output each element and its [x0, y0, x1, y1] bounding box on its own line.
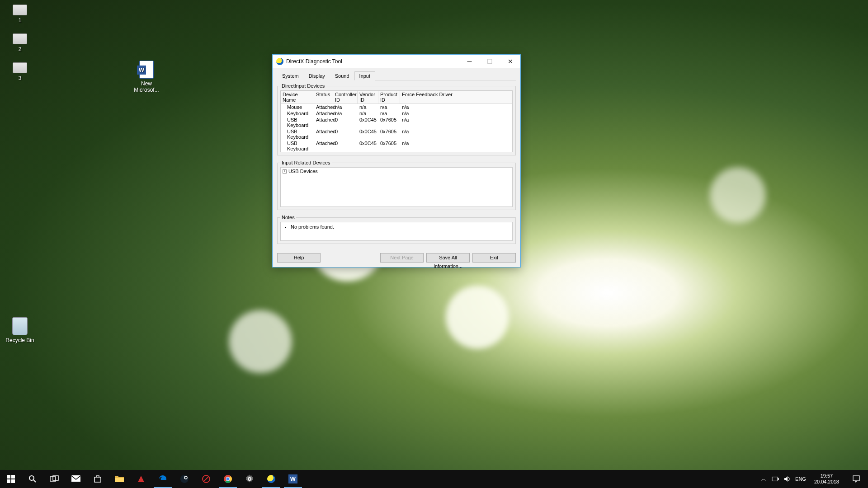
- tray-battery-icon[interactable]: [772, 475, 779, 483]
- desktop[interactable]: 1 2 3 New Microsof... Recycle Bin Direct…: [0, 0, 868, 488]
- taskbar-edge[interactable]: [152, 470, 174, 488]
- save-all-button[interactable]: Save All Information...: [426, 253, 470, 263]
- col-force-feedback[interactable]: Force Feedback Driver: [400, 91, 512, 103]
- tab-strip: System Display Sound Input: [277, 71, 516, 80]
- search-icon: [28, 474, 38, 484]
- clock[interactable]: 19:57 20.04.2018: [811, 473, 843, 485]
- expand-icon[interactable]: +: [283, 169, 287, 174]
- input-related-devices-group: Input Related Devices + USB Devices: [277, 160, 516, 210]
- desktop-icon-word-doc[interactable]: New Microsof...: [129, 61, 164, 93]
- generic-file-icon: [13, 62, 27, 73]
- group-label: DirectInput Devices: [280, 83, 326, 89]
- clock-date: 20.04.2018: [814, 479, 839, 485]
- no-entry-icon: [201, 474, 211, 484]
- taskbar-word[interactable]: W: [282, 470, 304, 488]
- desktop-icon-label: 2: [3, 46, 37, 52]
- table-row[interactable]: USB Keyboard Attached 0 0x0C45 0x7605 n/…: [281, 128, 512, 140]
- svg-rect-0: [7, 475, 10, 479]
- devices-tree[interactable]: + USB Devices: [280, 167, 513, 207]
- notes-text: No problems found.: [291, 224, 509, 230]
- search-button[interactable]: [22, 470, 43, 488]
- table-row[interactable]: Mouse Attached n/a n/a n/a n/a: [281, 104, 512, 110]
- directinput-devices-group: DirectInput Devices Device Name Status C…: [277, 83, 516, 155]
- language-indicator[interactable]: ENG: [795, 476, 806, 482]
- tree-node-usb-devices[interactable]: + USB Devices: [283, 169, 510, 174]
- tab-system[interactable]: System: [277, 71, 304, 80]
- table-body: Mouse Attached n/a n/a n/a n/a Keyboard …: [281, 104, 512, 152]
- windows-icon: [6, 474, 16, 484]
- tray-chevron-up-icon[interactable]: ︿: [760, 475, 767, 483]
- col-controller-id[interactable]: Controller ID: [333, 91, 358, 103]
- dxdiag-icon: [276, 58, 283, 65]
- window-controls: ─ ☐ ✕: [459, 55, 520, 68]
- svg-point-4: [29, 476, 34, 480]
- titlebar[interactable]: DirectX Diagnostic Tool ─ ☐ ✕: [273, 55, 520, 68]
- desktop-icon-recycle-bin[interactable]: Recycle Bin: [3, 317, 37, 343]
- taskbar-steam[interactable]: [174, 470, 195, 488]
- desktop-icon-label: New Microsof...: [129, 80, 164, 93]
- svg-rect-8: [94, 477, 101, 482]
- edge-icon: [158, 474, 168, 484]
- desktop-icon-label: Recycle Bin: [3, 337, 37, 343]
- task-view-button[interactable]: [43, 470, 65, 488]
- task-view-icon: [49, 474, 59, 484]
- taskbar-settings[interactable]: [239, 470, 260, 488]
- col-vendor-id[interactable]: Vendor ID: [358, 91, 378, 103]
- chrome-icon: [223, 474, 233, 484]
- generic-file-icon: [13, 5, 27, 15]
- table-row[interactable]: USB Keyboard Attached 0 0x0C45 0x7605 n/…: [281, 117, 512, 128]
- desktop-icon-2[interactable]: 2: [3, 33, 37, 52]
- col-product-id[interactable]: Product ID: [378, 91, 400, 103]
- desktop-icon-1[interactable]: 1: [3, 5, 37, 23]
- svg-rect-3: [11, 479, 15, 483]
- generic-file-icon: [13, 33, 27, 44]
- taskbar-store[interactable]: [87, 470, 108, 488]
- word-icon: W: [288, 474, 298, 484]
- taskbar-mail[interactable]: [65, 470, 87, 488]
- table-row[interactable]: Keyboard Attached n/a n/a n/a n/a: [281, 110, 512, 117]
- close-button[interactable]: ✕: [500, 55, 520, 68]
- svg-rect-18: [772, 477, 778, 481]
- taskbar-chrome[interactable]: [217, 470, 239, 488]
- notes-group: Notes No problems found.: [277, 215, 516, 244]
- desktop-icon-label: 1: [3, 17, 37, 23]
- svg-point-9: [180, 475, 189, 483]
- taskbar-blocked[interactable]: [195, 470, 217, 488]
- folder-icon: [114, 474, 124, 484]
- tab-sound[interactable]: Sound: [330, 71, 354, 80]
- desktop-icon-3[interactable]: 3: [3, 62, 37, 81]
- help-button[interactable]: Help: [277, 253, 321, 263]
- table-row[interactable]: USB Keyboard Attached 0 0x0C45 0x7605 n/…: [281, 140, 512, 152]
- tab-input[interactable]: Input: [354, 71, 375, 80]
- svg-rect-1: [11, 475, 15, 479]
- dxdiag-window: DirectX Diagnostic Tool ─ ☐ ✕ System Dis…: [272, 54, 521, 267]
- taskbar: W ︿ ENG 19:57 20.04.2018: [0, 470, 868, 488]
- taskbar-explorer[interactable]: [108, 470, 130, 488]
- start-button[interactable]: [0, 470, 22, 488]
- tree-node-label: USB Devices: [288, 169, 318, 174]
- svg-rect-19: [778, 478, 778, 480]
- tab-display[interactable]: Display: [304, 71, 330, 80]
- tray-volume-icon[interactable]: [783, 475, 791, 483]
- exit-button[interactable]: Exit: [472, 253, 516, 263]
- maximize-button[interactable]: ☐: [480, 55, 500, 68]
- action-center-button[interactable]: [847, 470, 865, 488]
- system-tray: ︿ ENG 19:57 20.04.2018: [760, 470, 868, 488]
- taskbar-dxdiag[interactable]: [260, 470, 282, 488]
- next-page-button: Next Page: [380, 253, 424, 263]
- word-doc-icon: [139, 61, 154, 79]
- button-row: Help Next Page Save All Information... E…: [273, 253, 520, 267]
- col-device-name[interactable]: Device Name: [281, 91, 314, 103]
- recycle-bin-icon: [12, 317, 28, 335]
- minimize-button[interactable]: ─: [459, 55, 480, 68]
- devices-table[interactable]: Device Name Status Controller ID Vendor …: [280, 90, 513, 152]
- desktop-icon-label: 3: [3, 75, 37, 81]
- group-label: Input Related Devices: [280, 160, 332, 165]
- svg-rect-20: [853, 476, 859, 481]
- store-icon: [93, 474, 103, 484]
- taskbar-app-red[interactable]: [130, 470, 152, 488]
- svg-point-17: [226, 478, 230, 481]
- group-label: Notes: [280, 215, 296, 220]
- col-status[interactable]: Status: [314, 91, 333, 103]
- mail-icon: [71, 474, 81, 484]
